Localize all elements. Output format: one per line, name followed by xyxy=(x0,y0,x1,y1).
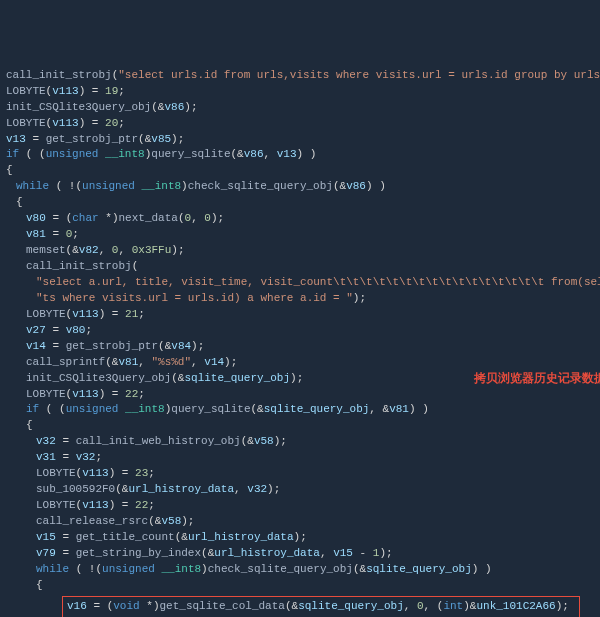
code-line: { xyxy=(6,578,594,594)
code-line: v15 = get_title_count(&url_histroy_data)… xyxy=(6,530,594,546)
code-line: v31 = v32; xyxy=(6,450,594,466)
code-line: v80 = (char *)next_data(0, 0); xyxy=(6,211,594,227)
code-line: call_sprintf(&v81, "%s%d", v14); xyxy=(6,355,594,371)
code-line: LOBYTE(v113) = 23; xyxy=(6,466,594,482)
code-line: call_release_rsrc(&v58); xyxy=(6,514,594,530)
code-line: { xyxy=(6,195,594,211)
code-line: while ( !(unsigned __int8)check_sqlite_q… xyxy=(6,562,594,578)
code-line: call_init_strobj("select urls.id from ur… xyxy=(6,68,594,84)
code-viewer: call_init_strobj("select urls.id from ur… xyxy=(6,68,594,617)
code-line: sub_100592F0(&url_histroy_data, v32); xyxy=(6,482,594,498)
code-line: LOBYTE(v113) = 21; xyxy=(6,307,594,323)
code-line: memset(&v82, 0, 0x3FFu); xyxy=(6,243,594,259)
code-line: v32 = call_init_web_histroy_obj(&v58); xyxy=(6,434,594,450)
code-line: "ts where visits.url = urls.id) a where … xyxy=(6,291,594,307)
code-line: v14 = get_strobj_ptr(&v84); xyxy=(6,339,594,355)
annotation-label: 拷贝浏览器历史记录数据 xyxy=(474,370,600,387)
code-line: call_init_strobj( xyxy=(6,259,594,275)
code-line: init_CSQlite3Query_obj(&v86); xyxy=(6,100,594,116)
code-line: if ( (unsigned __int8)query_sqlite(&v86,… xyxy=(6,147,594,163)
code-line: while ( !(unsigned __int8)check_sqlite_q… xyxy=(6,179,594,195)
code-line: if ( (unsigned __int8)query_sqlite(&sqli… xyxy=(6,402,594,418)
code-line: "select a.url, title, visit_time, visit_… xyxy=(6,275,594,291)
code-line: { xyxy=(6,163,594,179)
code-line: v79 = get_string_by_index(&url_histroy_d… xyxy=(6,546,594,562)
code-line: v13 = get_strobj_ptr(&v85); xyxy=(6,132,594,148)
highlighted-code-block: v16 = (void *)get_sqlite_col_data(&sqlit… xyxy=(62,596,580,617)
code-line: { xyxy=(6,418,594,434)
code-line: LOBYTE(v113) = 22; xyxy=(6,498,594,514)
code-line: v81 = 0; xyxy=(6,227,594,243)
code-line: LOBYTE(v113) = 22; xyxy=(6,387,594,403)
code-line: v27 = v80; xyxy=(6,323,594,339)
code-line: LOBYTE(v113) = 20; xyxy=(6,116,594,132)
code-line: LOBYTE(v113) = 19; xyxy=(6,84,594,100)
code-line: v16 = (void *)get_sqlite_col_data(&sqlit… xyxy=(67,599,575,615)
